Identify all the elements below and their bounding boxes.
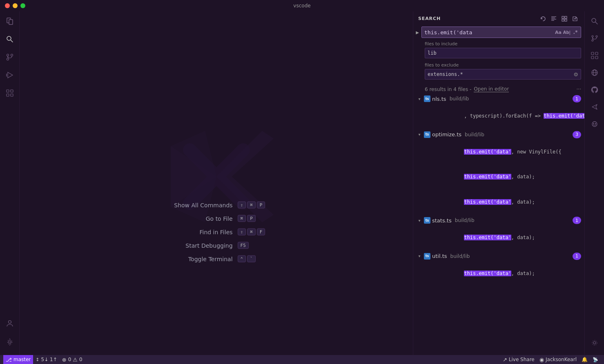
copilot-rb-icon[interactable] — [586, 116, 603, 132]
file-count-stats: 1 — [573, 217, 581, 224]
traffic-lights — [5, 3, 25, 8]
search-results[interactable]: ▾ ts nls.ts build/lib 1 , typescript).fo… — [413, 94, 584, 355]
search-panel-title: SEARCH — [418, 16, 441, 21]
github-rb-icon[interactable] — [586, 82, 603, 98]
sidebar-item-search[interactable] — [2, 31, 18, 47]
file-name-stats: stats.ts — [432, 218, 452, 224]
window-title: vscode — [293, 3, 310, 9]
title-bar: vscode — [0, 0, 604, 11]
files-include-input[interactable] — [428, 50, 578, 56]
kbd-p: P — [247, 215, 256, 222]
errors-status-item[interactable]: ⊗ 0 ⚠ 0 — [60, 355, 85, 364]
svg-marker-8 — [8, 72, 13, 78]
sidebar-item-explorer[interactable] — [2, 13, 18, 29]
file-header-util[interactable]: ▾ ts util.ts build/lib 1 — [413, 251, 584, 261]
command-label: Show All Commands — [167, 202, 233, 208]
settings-icon[interactable] — [2, 334, 18, 350]
sidebar-item-run[interactable] — [2, 67, 18, 83]
regex-btn[interactable]: .* — [571, 28, 579, 36]
clear-results-btn[interactable] — [549, 14, 558, 23]
search-rb-icon[interactable] — [586, 13, 603, 29]
file-group-nls: ▾ ts nls.ts build/lib 1 , typescript).fo… — [413, 94, 584, 129]
file-header-optimize[interactable]: ▾ ts optimize.ts build/lib 3 — [413, 130, 584, 140]
search-input-actions: Aa Ab| .* — [554, 28, 581, 36]
results-more-btn[interactable]: ··· — [577, 87, 581, 92]
close-button[interactable] — [5, 3, 10, 8]
svg-point-15 — [9, 341, 11, 343]
match-case-btn[interactable]: Aa — [554, 28, 562, 36]
file-path-optimize: build/lib — [465, 132, 484, 138]
user-status-item[interactable]: ◉ JacksonKearl — [537, 355, 579, 364]
branch-name: master — [13, 357, 31, 362]
remote-rb-icon[interactable] — [586, 64, 603, 81]
ts-file-icon: ts — [424, 131, 430, 138]
svg-point-6 — [7, 58, 9, 60]
broadcast-icon: 📡 — [593, 357, 598, 362]
files-exclude-field: ⚙ — [425, 69, 581, 80]
command-label: Go to File — [167, 215, 233, 222]
file-header-nls[interactable]: ▾ ts nls.ts build/lib 1 — [413, 94, 584, 104]
files-include-label: files to include — [425, 41, 581, 47]
svg-point-5 — [11, 54, 13, 56]
liveshare-rb-icon[interactable] — [586, 99, 603, 115]
files-exclude-input[interactable] — [428, 71, 573, 77]
command-start-debugging: Start Debugging F5 — [167, 242, 249, 249]
minimize-button[interactable] — [13, 3, 18, 8]
search-collapse-arrow[interactable]: ▶ — [413, 28, 421, 36]
liveshare-status-item[interactable]: ↗ Live Share — [500, 355, 537, 364]
kbd-p: P — [257, 202, 265, 209]
user-name: JacksonKearl — [546, 357, 577, 362]
file-group-optimize: ▾ ts optimize.ts build/lib 3 this.emit('… — [413, 130, 584, 215]
result-line[interactable]: this.emit('data', new VinylFile({ — [413, 140, 584, 165]
file-header-stats[interactable]: ▾ ts stats.ts build/lib 1 — [413, 215, 584, 225]
result-line[interactable]: this.emit('data', data); — [413, 225, 584, 251]
extensions-rb-icon[interactable] — [586, 47, 603, 64]
results-summary: 6 results in 4 files - Open in editor ··… — [413, 84, 584, 94]
sync-icon: ↕ — [36, 357, 39, 362]
search-input[interactable] — [422, 29, 554, 36]
open-new-editor-btn[interactable] — [571, 14, 579, 23]
sidebar-item-scm[interactable] — [2, 49, 18, 65]
search-input-row: ▶ Aa Ab| .* — [413, 26, 584, 39]
command-find-files: Find in Files ⇧ ⌘ F — [167, 229, 265, 235]
collapse-all-btn[interactable] — [560, 14, 569, 23]
svg-rect-12 — [7, 94, 9, 96]
result-line[interactable]: this.emit('data', data); — [413, 261, 584, 286]
search-input-container: Aa Ab| .* — [421, 27, 581, 38]
svg-point-14 — [8, 321, 11, 324]
open-in-editor-link[interactable]: Open in editor — [474, 86, 509, 92]
svg-rect-1 — [9, 20, 13, 24]
branch-status-item[interactable]: ⎇ master — [3, 355, 33, 364]
scm-rb-icon[interactable] — [586, 30, 603, 47]
kbd-group: F5 — [238, 242, 249, 249]
svg-point-4 — [7, 54, 9, 56]
files-exclude-section: files to exclude ⚙ — [413, 62, 584, 81]
svg-point-42 — [595, 123, 596, 124]
result-line[interactable]: this.emit('data', data); — [413, 190, 584, 215]
notifications-item[interactable]: 🔔 — [579, 355, 590, 364]
chevron-icon: ▾ — [417, 132, 422, 138]
status-bar: ⎇ master ↕ 5↓ 1↑ ⊗ 0 ⚠ 0 ↗ Live Share ◉ … — [0, 355, 604, 364]
search-header-actions — [539, 14, 579, 23]
file-group-util: ▾ ts util.ts build/lib 1 this.emit('data… — [413, 251, 584, 286]
use-settings-gear[interactable]: ⚙ — [573, 71, 578, 78]
result-line[interactable]: this.emit('data', data); — [413, 164, 584, 190]
broadcast-item[interactable]: 📡 — [590, 355, 601, 364]
sync-status-item[interactable]: ↕ 5↓ 1↑ — [33, 355, 59, 364]
file-name-optimize: optimize.ts — [432, 131, 461, 138]
welcome-commands: Show All Commands ⇧ ⌘ P Go to File ⌘ P F… — [167, 202, 265, 262]
settings-rb-icon[interactable] — [586, 335, 603, 351]
sidebar-item-extensions[interactable] — [2, 85, 18, 101]
accounts-icon[interactable] — [2, 315, 18, 331]
git-branch-icon: ⎇ — [6, 357, 12, 363]
liveshare-text: Live Share — [509, 357, 535, 362]
svg-point-30 — [596, 36, 597, 37]
kbd-group: ⇧ ⌘ F — [238, 229, 265, 235]
match-word-btn[interactable]: Ab| — [563, 28, 571, 36]
svg-rect-11 — [11, 90, 13, 92]
maximize-button[interactable] — [20, 3, 25, 8]
command-label: Find in Files — [167, 229, 233, 235]
command-label: Toggle Terminal — [167, 255, 233, 262]
result-line[interactable]: , typescript).forEach(f => this.emit('da… — [413, 104, 584, 129]
refresh-search-btn[interactable] — [539, 14, 548, 23]
